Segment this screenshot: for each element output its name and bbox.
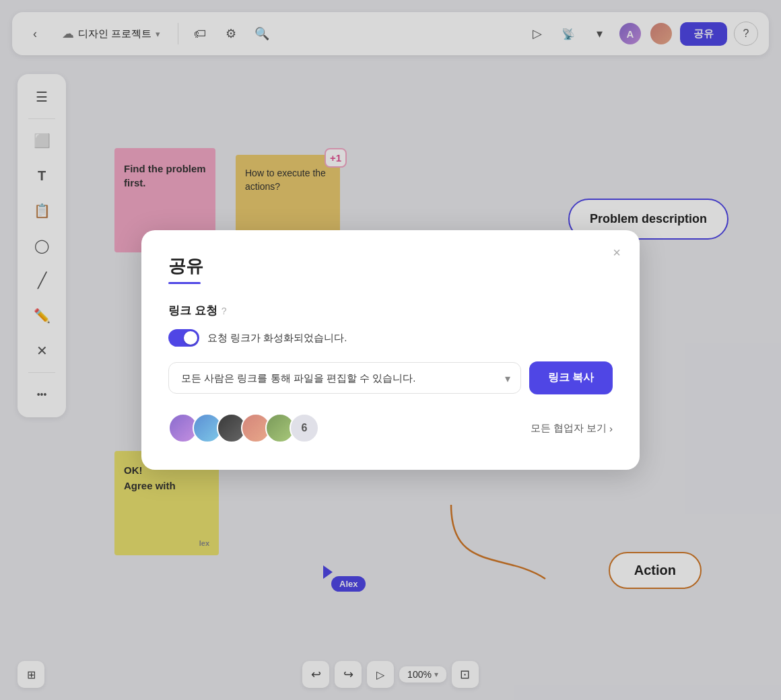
modal-overlay[interactable]: 공유 × 링크 요청 ? 요청 링크가 화성화되었습니다. 모든 사람은 링크를… (0, 0, 781, 700)
modal-close-button[interactable]: × (613, 245, 621, 260)
view-all-chevron: › (609, 423, 613, 434)
share-modal: 공유 × 링크 요청 ? 요청 링크가 화성화되었습니다. 모든 사람은 링크를… (141, 230, 640, 470)
view-all-label: 모든 협업자 보기 (531, 422, 607, 435)
view-all-collaborators[interactable]: 모든 협업자 보기 › (531, 422, 613, 435)
collaborator-avatars: 6 (168, 413, 319, 443)
copy-link-button[interactable]: 링크 복사 (529, 361, 613, 394)
link-select-wrapper: 모든 사람은 링크를 통해 파일을 편집할 수 있습니다. (168, 362, 521, 394)
modal-section-label: 링크 요청 ? (168, 303, 613, 318)
link-permission-select[interactable]: 모든 사람은 링크를 통해 파일을 편집할 수 있습니다. (168, 362, 521, 394)
modal-underline (168, 282, 201, 284)
toggle-knob (184, 331, 197, 345)
link-toggle[interactable] (168, 329, 199, 347)
link-request-label: 링크 요청 (168, 303, 217, 318)
toggle-row: 요청 링크가 화성화되었습니다. (168, 329, 613, 347)
link-row: 모든 사람은 링크를 통해 파일을 편집할 수 있습니다. 링크 복사 (168, 361, 613, 394)
toggle-label: 요청 링크가 화성화되었습니다. (207, 332, 347, 345)
collaborators-row: 6 모든 협업자 보기 › (168, 413, 613, 443)
collab-count: 6 (290, 413, 319, 443)
section-help-icon[interactable]: ? (222, 306, 227, 316)
modal-title: 공유 (168, 254, 613, 278)
